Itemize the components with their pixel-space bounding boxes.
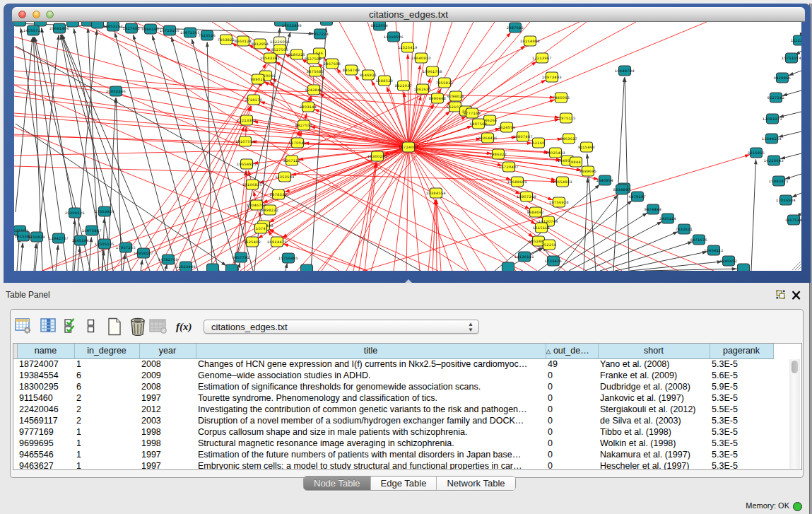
graph-node[interactable]: 2087682 <box>507 23 524 33</box>
edge-red[interactable] <box>270 81 304 125</box>
graph-node[interactable] <box>738 264 750 271</box>
tab-network-table[interactable]: Network Table <box>437 477 514 490</box>
edge-black[interactable] <box>789 71 801 76</box>
column-header-year[interactable]: year <box>139 344 196 358</box>
graph-node[interactable]: 18640910 <box>411 53 431 63</box>
edge-black[interactable] <box>286 263 287 271</box>
column-header-name[interactable]: name <box>17 344 74 358</box>
graph-node[interactable]: 8878332 <box>270 189 288 199</box>
graph-node[interactable]: 12213967 <box>532 53 552 63</box>
graph-node[interactable]: 6966160 <box>142 24 160 34</box>
table-row[interactable]: 977716911998Corpus callosum shape and si… <box>13 426 773 438</box>
edge-black[interactable] <box>141 259 142 271</box>
graph-node[interactable]: 1640954 <box>596 175 614 185</box>
graph-node[interactable]: 6497568 <box>470 119 488 129</box>
graph-node[interactable]: 9777169 <box>464 108 481 118</box>
edge-red[interactable] <box>408 147 486 271</box>
graph-node[interactable]: 19654923 <box>553 177 572 187</box>
graph-node[interactable]: 8660124 <box>235 36 252 46</box>
edge-red[interactable] <box>155 22 537 271</box>
network-canvas[interactable]: 1405571220691406108532571527602696616010… <box>14 22 801 271</box>
graph-node[interactable]: 11353594 <box>275 172 295 182</box>
graph-node[interactable]: 7632621 <box>676 224 693 234</box>
graph-node[interactable]: 20206526 <box>65 208 85 218</box>
graph-node[interactable]: 1527602 <box>123 23 141 33</box>
table-row[interactable]: 2242004622012Investigating the contribut… <box>13 404 773 415</box>
graph-node[interactable]: 9699695 <box>579 166 597 176</box>
table-row[interactable]: 911546021997Tourette syndrome. Phenomeno… <box>13 392 773 404</box>
edge-red[interactable] <box>365 163 377 271</box>
graph-node[interactable]: 3215955 <box>748 148 765 158</box>
graph-node[interactable]: 10958107 <box>134 248 153 258</box>
graph-node[interactable] <box>92 22 104 28</box>
edge-red[interactable] <box>187 127 245 271</box>
table-row[interactable]: 1872400712008Changes of HCN gene express… <box>13 358 773 370</box>
delete-table-icon[interactable] <box>129 317 148 337</box>
column-header-outde[interactable]: △ out_de… <box>546 344 598 358</box>
edge-black[interactable] <box>782 90 801 95</box>
close-panel-icon[interactable] <box>792 291 801 300</box>
node-table-grid[interactable]: namein_degreeyeartitle△ out_de…shortpage… <box>13 344 774 470</box>
resize-grip-icon[interactable] <box>792 262 801 270</box>
graph-node[interactable]: 5170045 <box>289 138 307 148</box>
graph-node[interactable]: 6479197 <box>629 192 647 201</box>
graph-node[interactable] <box>207 264 219 271</box>
graph-node[interactable]: 1588520 <box>376 76 394 86</box>
graph-node[interactable]: 3498222 <box>261 205 279 215</box>
graph-node[interactable]: 10648784 <box>615 66 635 76</box>
edge-red[interactable] <box>436 199 437 271</box>
edge-black[interactable] <box>56 245 58 271</box>
graph-node[interactable]: 2803144 <box>300 102 317 112</box>
graph-node[interactable] <box>14 22 26 26</box>
graph-node[interactable]: 1733426 <box>545 256 563 266</box>
edge-red[interactable] <box>95 22 587 271</box>
graph-node[interactable]: 7955812 <box>436 78 454 88</box>
edge-black[interactable] <box>558 194 618 271</box>
graph-node[interactable]: 12444154 <box>762 134 782 144</box>
edge-red[interactable] <box>408 54 408 147</box>
graph-node[interactable]: 9684067 <box>527 207 545 217</box>
graph-node[interactable]: 2867608 <box>324 59 341 69</box>
scrollbar-thumb[interactable] <box>792 361 798 373</box>
graph-node[interactable]: 14055712 <box>23 25 43 35</box>
table-row[interactable]: 969969511998Structural magnetic resonanc… <box>13 438 773 449</box>
table-row[interactable]: 946554611997Estimation of the future num… <box>13 449 773 460</box>
graph-node[interactable]: 17957255 <box>116 243 136 252</box>
graph-node[interactable]: 989016 <box>250 74 265 84</box>
graph-node[interactable]: 7625402 <box>244 237 261 247</box>
graph-node[interactable]: 10807487 <box>513 132 533 141</box>
table-row[interactable]: 1938455462009Genome–wide association stu… <box>13 370 773 381</box>
edge-black[interactable] <box>17 237 19 271</box>
graph-node[interactable] <box>502 262 514 271</box>
graph-node[interactable]: 1615112 <box>533 223 550 233</box>
graph-node[interactable]: 7857224 <box>312 29 329 39</box>
graph-node[interactable]: 1167534 <box>785 215 801 225</box>
graph-node[interactable]: 8938897 <box>613 185 631 194</box>
edge-black[interactable] <box>780 153 801 159</box>
edge-red[interactable] <box>408 147 678 271</box>
graph-node[interactable]: 1362635 <box>414 84 432 94</box>
graph-node[interactable] <box>301 264 313 271</box>
window-titlebar[interactable]: citations_edges.txt <box>12 7 805 22</box>
graph-node[interactable]: 8471676 <box>690 235 708 245</box>
graph-node[interactable]: 9844 <box>570 157 582 167</box>
float-window-icon[interactable] <box>776 290 785 299</box>
graph-node[interactable]: 1156829 <box>28 232 45 242</box>
graph-node[interactable]: 8427552 <box>295 120 313 130</box>
edge-black[interactable] <box>165 264 167 271</box>
graph-node[interactable] <box>67 22 79 27</box>
graph-node[interactable]: 62160 <box>532 138 545 148</box>
edge-black[interactable] <box>569 221 662 271</box>
graph-node[interactable]: 15716485 <box>278 253 298 263</box>
graph-node[interactable]: 8186325 <box>288 49 306 59</box>
row-height-icon[interactable] <box>87 317 105 337</box>
edge-red[interactable] <box>408 147 714 271</box>
graph-node[interactable]: 19218506 <box>384 32 404 42</box>
graph-node[interactable]: 11325419 <box>398 42 418 52</box>
graph-node[interactable]: 7515526 <box>199 30 216 40</box>
graph-node[interactable]: 8813054 <box>371 22 389 30</box>
graph-node[interactable]: 20364436 <box>478 133 498 143</box>
graph-node[interactable]: 7485063 <box>553 93 570 103</box>
edge-red[interactable] <box>437 199 441 271</box>
graph-node[interactable]: 3624554 <box>498 122 516 132</box>
